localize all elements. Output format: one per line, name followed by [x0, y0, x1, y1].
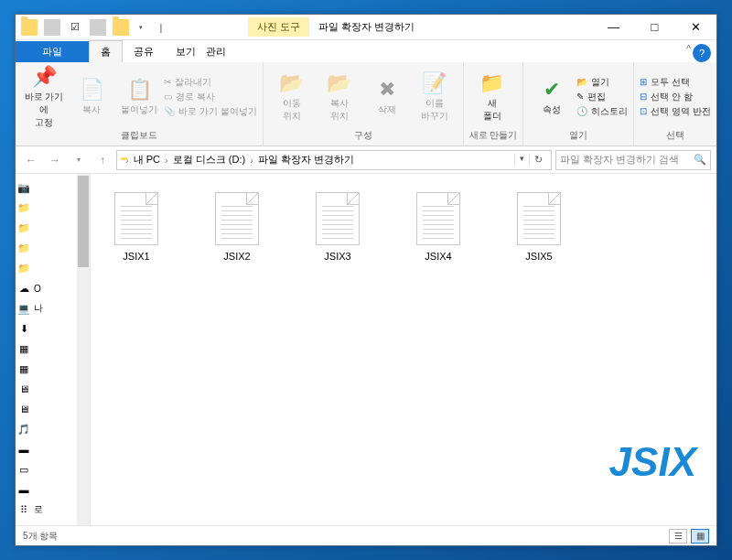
search-input[interactable]: 파일 확장자 변경하기 검색 🔍: [555, 150, 711, 170]
nav-item-icon: ☁: [17, 282, 30, 295]
maximize-button[interactable]: □: [634, 15, 675, 40]
ribbon-collapse-icon[interactable]: ^: [686, 44, 691, 54]
paste-button[interactable]: 📋붙여넣기: [116, 66, 162, 128]
up-button[interactable]: ↑: [92, 150, 113, 170]
content-area: 📷📁📁📁📁☁O💻나⬇▦▦🖥🖥🎵▬▭▬⠿로 JSIX1JSIX2JSIX3JSIX…: [16, 174, 716, 525]
view-switcher: ☰ ▦: [669, 529, 709, 544]
nav-item-icon: 🎵: [17, 423, 30, 436]
qat-path: |: [153, 19, 169, 36]
nav-item-icon: 📁: [17, 262, 30, 275]
tab-manage[interactable]: 관리: [195, 41, 237, 62]
file-name: JSIX2: [223, 251, 250, 262]
new-folder-button[interactable]: 📁새 폴더: [469, 66, 515, 128]
invert-selection-button[interactable]: ⊡선택 영역 반전: [640, 105, 711, 118]
explorer-window: ☑ ▾ | 사진 도구 파일 확장자 변경하기 — □ ✕ 파일 홈 공유 보기…: [15, 14, 717, 546]
window-buttons: — □ ✕: [593, 15, 716, 40]
nav-item-icon: 🖥: [17, 382, 30, 395]
tab-file[interactable]: 파일: [16, 41, 89, 62]
file-item[interactable]: JSIX1: [100, 192, 173, 262]
file-item[interactable]: JSIX3: [301, 192, 374, 262]
nav-item-label: 로: [34, 503, 43, 516]
back-button[interactable]: ←: [21, 150, 41, 170]
file-name: JSIX5: [525, 251, 552, 262]
pin-button[interactable]: 📌바로 가기에 고정: [21, 66, 67, 128]
move-to-button[interactable]: 📂이동 위치: [269, 66, 315, 128]
cut-button[interactable]: ✂잘라내기: [164, 76, 257, 89]
properties-button[interactable]: ✔속성: [529, 66, 575, 128]
nav-item-icon: ▦: [17, 342, 30, 355]
document-icon: [316, 192, 360, 245]
group-label: 열기: [529, 129, 628, 144]
file-name: JSIX3: [324, 251, 350, 262]
divider: [90, 19, 106, 36]
divider: [44, 19, 60, 36]
chevron-icon[interactable]: ›: [165, 155, 168, 166]
nav-item-icon: ▭: [17, 463, 30, 476]
group-open: ✔속성 📂열기 ✎편집 🕓히스토리 열기: [523, 62, 634, 145]
path-icon: ▭: [164, 92, 172, 102]
group-select: ⊞모두 선택 ⊟선택 안 함 ⊡선택 영역 반전 선택: [634, 62, 716, 145]
move-icon: 📂: [279, 71, 304, 95]
nav-item-label: 나: [34, 302, 43, 315]
crumb-folder[interactable]: 파일 확장자 변경하기: [258, 153, 354, 167]
history-button[interactable]: 🕓히스토리: [576, 105, 628, 118]
properties-icon: ✔: [544, 78, 560, 102]
file-item[interactable]: JSIX4: [402, 192, 475, 262]
close-button[interactable]: ✕: [675, 15, 716, 40]
open-button[interactable]: 📂열기: [576, 76, 628, 89]
crumb-drive[interactable]: 로컬 디스크 (D:): [173, 153, 245, 167]
search-icon[interactable]: 🔍: [694, 154, 706, 166]
paste-icon: 📋: [127, 78, 152, 102]
crumb-root[interactable]: 내 PC: [134, 153, 160, 167]
help-icon[interactable]: ?: [693, 44, 711, 62]
copy-to-button[interactable]: 📂복사 위치: [317, 66, 362, 128]
copy-to-icon: 📂: [327, 71, 351, 95]
minimize-button[interactable]: —: [593, 15, 634, 40]
copy-button[interactable]: 📄복사: [69, 66, 114, 128]
tab-share[interactable]: 공유: [123, 41, 165, 62]
details-view-button[interactable]: ☰: [669, 529, 687, 544]
paste-shortcut-button[interactable]: 📎바로 가기 붙여넣기: [164, 105, 257, 118]
folder-icon[interactable]: [113, 19, 129, 36]
rename-button[interactable]: 📝이름 바꾸기: [412, 66, 458, 128]
group-clipboard: 📌바로 가기에 고정 📄복사 📋붙여넣기 ✂잘라내기 ▭경로 복사 📎바로 가기…: [16, 62, 264, 145]
status-bar: 5개 항목 ☰ ▦: [16, 525, 716, 545]
file-item[interactable]: JSIX5: [502, 192, 576, 262]
breadcrumb[interactable]: › 내 PC › 로컬 디스크 (D:) › 파일 확장자 변경하기 ▾ ↻: [116, 150, 552, 170]
copy-path-button[interactable]: ▭경로 복사: [164, 91, 257, 103]
group-label: 클립보드: [21, 129, 257, 144]
search-placeholder: 파일 확장자 변경하기 검색: [560, 153, 690, 167]
refresh-icon[interactable]: ↻: [529, 154, 547, 166]
file-list[interactable]: JSIX1JSIX2JSIX3JSIX4JSIX5 JSIX: [91, 174, 716, 525]
qat-dropdown-icon[interactable]: ▾: [133, 19, 149, 36]
dropdown-icon[interactable]: ▾: [514, 154, 529, 166]
tab-home[interactable]: 홈: [89, 40, 123, 62]
recent-dropdown-icon[interactable]: ▾: [69, 150, 89, 170]
contextual-tool-tab[interactable]: 사진 도구: [248, 17, 309, 37]
ribbon: 📌바로 가기에 고정 📄복사 📋붙여넣기 ✂잘라내기 ▭경로 복사 📎바로 가기…: [16, 62, 716, 146]
titlebar: ☑ ▾ | 사진 도구 파일 확장자 변경하기 — □ ✕: [16, 15, 716, 40]
check-icon[interactable]: ☑: [67, 19, 83, 36]
nav-item-icon: ▬: [17, 483, 30, 496]
icons-view-button[interactable]: ▦: [691, 529, 709, 544]
file-name: JSIX4: [425, 251, 451, 262]
file-item[interactable]: JSIX2: [200, 192, 274, 262]
shortcut-icon: 📎: [164, 106, 175, 116]
delete-button[interactable]: ✖삭제: [364, 66, 410, 128]
scrollbar[interactable]: [77, 174, 90, 525]
select-all-icon: ⊞: [640, 77, 647, 87]
pin-icon: 📌: [32, 65, 57, 89]
edit-button[interactable]: ✎편집: [576, 91, 628, 103]
chevron-icon[interactable]: ›: [125, 155, 129, 166]
nav-item-icon: 📷: [17, 181, 30, 194]
item-count: 5개 항목: [23, 530, 58, 543]
select-all-button[interactable]: ⊞모두 선택: [640, 76, 711, 89]
chevron-icon[interactable]: ›: [250, 155, 253, 166]
nav-item-label: O: [34, 284, 41, 294]
scrollbar-thumb[interactable]: [78, 176, 89, 267]
group-organize: 📂이동 위치 📂복사 위치 ✖삭제 📝이름 바꾸기 구성: [264, 62, 464, 145]
navigation-pane[interactable]: 📷📁📁📁📁☁O💻나⬇▦▦🖥🖥🎵▬▭▬⠿로: [16, 174, 91, 525]
select-none-button[interactable]: ⊟선택 안 함: [640, 91, 711, 103]
forward-button[interactable]: →: [45, 150, 65, 170]
nav-item-icon: 📁: [17, 242, 30, 254]
